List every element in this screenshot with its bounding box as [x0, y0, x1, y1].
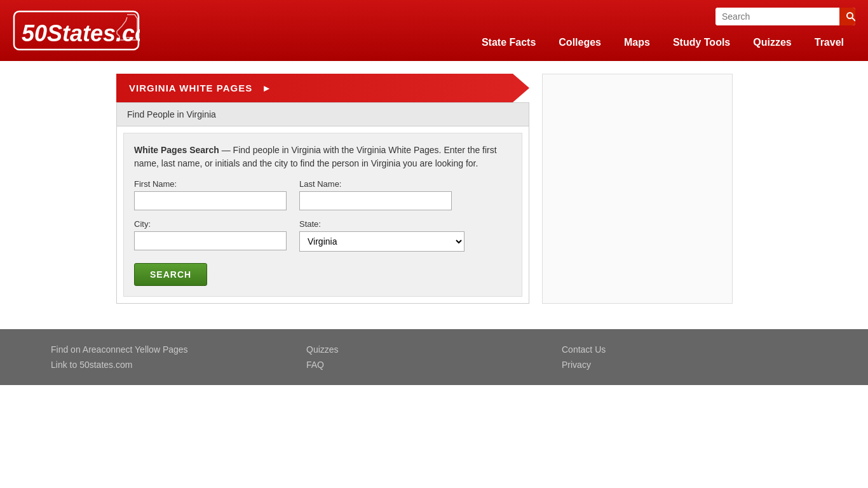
footer-col-1: Find on Areaconnect Yellow Pages Link to… [51, 344, 306, 370]
nav-item-state-facts[interactable]: State Facts [470, 32, 547, 53]
form-row-names: First Name: Last Name: [134, 179, 512, 210]
right-panel-ad [542, 74, 733, 304]
svg-text:50States.com: 50States.com [22, 20, 140, 46]
nav-item-colleges[interactable]: Colleges [547, 32, 613, 53]
first-name-group: First Name: [134, 179, 287, 210]
header: 50States.com State Facts Colleges Maps S… [0, 0, 868, 61]
city-group: City: [134, 219, 287, 252]
logo-icon: 50States.com [13, 8, 140, 53]
footer-col-3: Contact Us Privacy [562, 344, 817, 370]
last-name-input[interactable] [299, 191, 452, 210]
page-title-banner: VIRGINIA WHITE PAGES ► [116, 74, 529, 102]
left-panel: VIRGINIA WHITE PAGES ► Find People in Vi… [116, 74, 529, 304]
state-label: State: [299, 219, 465, 229]
nav-item-travel[interactable]: Travel [803, 32, 855, 53]
nav-menu: State Facts Colleges Maps Study Tools Qu… [470, 32, 855, 53]
svg-line-3 [852, 18, 855, 21]
content-wrapper: VIRGINIA WHITE PAGES ► Find People in Vi… [116, 74, 752, 304]
form-row-location: City: State: AlabamaAlaskaArizonaArkansa… [134, 219, 512, 252]
first-name-input[interactable] [134, 191, 287, 210]
svg-point-2 [847, 13, 853, 18]
wp-form-area: White Pages Search — Find people in Virg… [123, 133, 522, 297]
page-title: VIRGINIA WHITE PAGES [129, 83, 252, 93]
footer-link-contact[interactable]: Contact Us [562, 344, 817, 355]
footer-link-areaconnect[interactable]: Find on Areaconnect Yellow Pages [51, 344, 306, 355]
last-name-group: Last Name: [299, 179, 452, 210]
footer-link-privacy[interactable]: Privacy [562, 360, 817, 370]
city-label: City: [134, 219, 287, 229]
wp-subtitle: Find People in Virginia [117, 103, 529, 126]
state-select[interactable]: AlabamaAlaskaArizonaArkansasCaliforniaCo… [299, 231, 465, 252]
footer: Find on Areaconnect Yellow Pages Link to… [0, 329, 868, 385]
nav-item-quizzes[interactable]: Quizzes [742, 32, 803, 53]
white-pages-container: Find People in Virginia White Pages Sear… [116, 102, 529, 304]
footer-col-2: Quizzes FAQ [306, 344, 562, 370]
header-right: State Facts Colleges Maps Study Tools Qu… [470, 8, 855, 53]
nav-item-study-tools[interactable]: Study Tools [661, 32, 742, 53]
footer-link-50states[interactable]: Link to 50states.com [51, 360, 306, 370]
last-name-label: Last Name: [299, 179, 452, 189]
banner-arrow: ► [262, 83, 272, 93]
state-group: State: AlabamaAlaskaArizonaArkansasCalif… [299, 219, 465, 252]
main-content: VIRGINIA WHITE PAGES ► Find People in Vi… [0, 61, 868, 329]
search-bar [715, 8, 855, 25]
search-button[interactable] [839, 8, 855, 25]
search-submit-button[interactable]: SEARCH [134, 263, 207, 286]
wp-description-bold: White Pages Search [134, 145, 219, 155]
search-input[interactable] [715, 8, 839, 25]
nav-item-maps[interactable]: Maps [613, 32, 661, 53]
footer-link-faq[interactable]: FAQ [306, 360, 562, 370]
footer-link-quizzes[interactable]: Quizzes [306, 344, 562, 355]
first-name-label: First Name: [134, 179, 287, 189]
logo-area: 50States.com [13, 8, 140, 53]
wp-description: White Pages Search — Find people in Virg… [134, 144, 512, 170]
city-input[interactable] [134, 231, 287, 250]
search-icon [846, 11, 855, 22]
